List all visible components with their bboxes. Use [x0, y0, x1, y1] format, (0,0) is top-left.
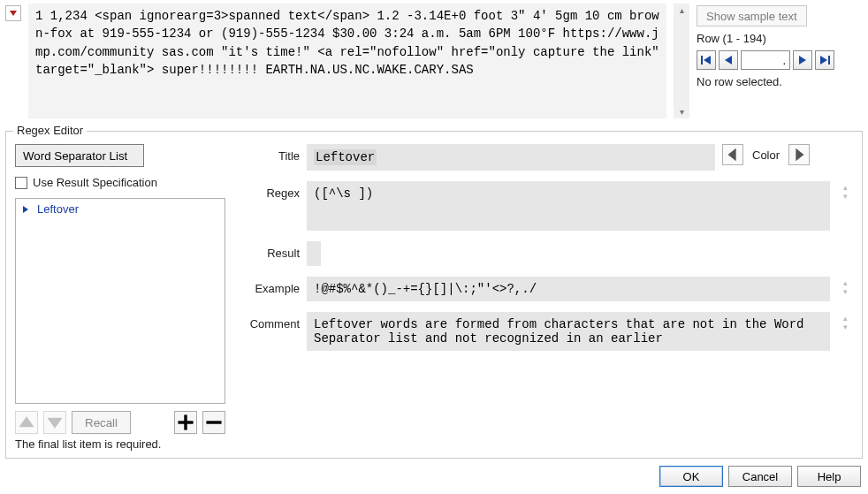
- row-last-button[interactable]: [815, 50, 834, 70]
- required-note: The final list item is required.: [15, 437, 225, 451]
- panel-menu-button[interactable]: [5, 5, 21, 21]
- cancel-button[interactable]: Cancel: [728, 466, 792, 487]
- use-result-spec-label: Use Result Specification: [33, 176, 157, 189]
- sample-scrollbar[interactable]: ▴ ▾: [674, 4, 689, 118]
- svg-marker-9: [47, 418, 62, 429]
- example-scrollbar[interactable]: ▴▾: [837, 277, 853, 298]
- sample-text-area: 1 1,234 <span ignorearg=3>spanned text</…: [28, 4, 666, 118]
- recall-button[interactable]: Recall: [72, 411, 131, 434]
- svg-marker-7: [23, 206, 28, 213]
- regex-field[interactable]: ([^\s ]): [307, 181, 830, 231]
- result-label: Result: [236, 241, 300, 260]
- move-up-button: [15, 411, 38, 434]
- result-field[interactable]: [307, 241, 321, 266]
- row-range-label: Row (1 - 194): [697, 32, 863, 45]
- example-label: Example: [236, 277, 300, 295]
- scroll-down-icon: ▾: [674, 107, 689, 117]
- caret-up-icon: ▴: [843, 314, 848, 323]
- scroll-up-icon: ▴: [674, 5, 689, 15]
- add-item-button[interactable]: [174, 411, 197, 434]
- color-stepper: Color: [722, 144, 810, 165]
- color-next-button[interactable]: [788, 144, 810, 165]
- title-label: Title: [236, 144, 300, 163]
- caret-up-icon: ▴: [843, 278, 848, 287]
- row-first-button[interactable]: [697, 50, 716, 70]
- row-prev-button[interactable]: [719, 50, 738, 70]
- row-status-text: No row selected.: [697, 75, 863, 88]
- svg-marker-13: [728, 148, 736, 162]
- regex-editor-legend: Regex Editor: [13, 124, 87, 137]
- svg-marker-3: [725, 56, 732, 65]
- svg-rect-1: [701, 56, 703, 65]
- comment-scrollbar[interactable]: ▴▾: [837, 312, 853, 333]
- help-button[interactable]: Help: [797, 466, 861, 487]
- svg-marker-0: [10, 11, 17, 16]
- svg-rect-11: [178, 421, 193, 423]
- svg-marker-4: [799, 56, 806, 65]
- pattern-listbox[interactable]: Leftover: [15, 198, 225, 404]
- move-down-button: [43, 411, 66, 434]
- remove-item-button[interactable]: [202, 411, 225, 434]
- color-prev-button[interactable]: [722, 144, 743, 165]
- row-number-input[interactable]: [741, 50, 790, 70]
- comment-field[interactable]: Leftover words are formed from character…: [307, 312, 830, 351]
- svg-marker-5: [820, 56, 827, 65]
- show-sample-text-button[interactable]: Show sample text: [697, 5, 807, 27]
- word-separator-list-button[interactable]: Word Separator List: [15, 144, 144, 167]
- row-next-button[interactable]: [793, 50, 812, 70]
- svg-marker-8: [19, 416, 34, 427]
- use-result-spec-checkbox[interactable]: [15, 177, 27, 189]
- svg-rect-12: [206, 421, 221, 423]
- svg-rect-6: [828, 56, 830, 65]
- caret-down-icon: ▾: [843, 323, 848, 331]
- caret-down-icon: ▾: [843, 192, 848, 201]
- ok-button[interactable]: OK: [659, 466, 723, 487]
- example-field[interactable]: !@#$%^&*()_-+={}[]|\:;"'<>?,./: [307, 277, 830, 301]
- sample-text: 1 1,234 <span ignorearg=3>spanned text</…: [35, 9, 659, 77]
- caret-down-icon: ▾: [843, 287, 848, 296]
- title-field[interactable]: Leftover: [307, 144, 715, 171]
- disclosure-icon: [21, 205, 30, 214]
- regex-editor-group: Regex Editor Word Separator List Use Res…: [5, 131, 863, 459]
- regex-scrollbar[interactable]: ▴▾: [837, 181, 853, 202]
- list-item[interactable]: Leftover: [19, 201, 221, 217]
- comment-label: Comment: [236, 312, 300, 331]
- svg-marker-2: [704, 56, 711, 65]
- color-label: Color: [752, 148, 780, 162]
- svg-marker-14: [796, 148, 803, 162]
- regex-label: Regex: [236, 181, 300, 200]
- list-item-label: Leftover: [37, 202, 79, 216]
- caret-up-icon: ▴: [843, 183, 848, 192]
